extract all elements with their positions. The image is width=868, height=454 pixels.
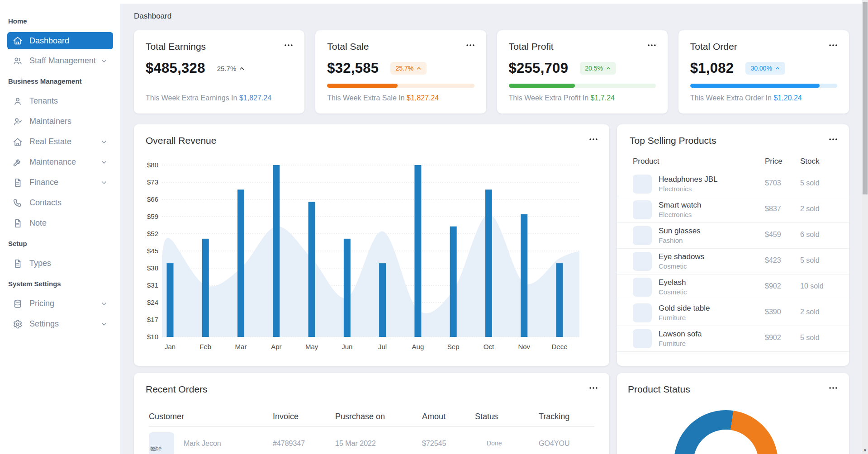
svg-text:$45: $45 [147,247,158,255]
home-icon [13,36,23,46]
svg-text:Nov: Nov [518,343,530,350]
stat-card-title: Total Profit [509,41,656,52]
column-price: Price [765,157,783,166]
users-icon [13,56,23,66]
file-icon [13,178,23,188]
ellipsis-menu-button[interactable] [588,383,598,393]
ellipsis-menu-button[interactable] [588,134,598,144]
product-price: $837 [765,205,781,213]
product-row: Headphones JBL Electronics $703 5 sold [617,171,849,197]
overall-revenue-chart: $10$17$24$31$38$45$52$59$66$73$80JanFebM… [134,124,609,366]
product-category: Cosmetic [659,288,687,296]
svg-text:Jul: Jul [378,343,387,350]
svg-text:$52: $52 [147,230,158,237]
sidebar-item-staff-management[interactable]: Staff Management [7,51,113,71]
svg-text:Feb: Feb [199,343,211,350]
product-row: Gold side table Furniture $390 2 sold [617,300,849,326]
product-category: Electronics [659,211,692,218]
product-category: Furniture [659,314,686,322]
sidebar-item-contacts[interactable]: Contacts [7,193,113,213]
user-icon [13,96,23,106]
recent-orders-list: rece Mark Jecon #4789347 15 Mar 2022 $72… [134,427,609,454]
product-row: Eyelash Cosmetic $902 10 sold [617,274,849,300]
sidebar-item-note[interactable]: Note [7,213,113,233]
stat-card-title: Total Sale [327,41,474,52]
sidebar-item-label: Maintenance [29,157,76,167]
sidebar-item-label: Contacts [29,198,62,208]
ellipsis-menu-button[interactable] [647,40,657,50]
stat-card-footer: This Week Extra Order In $1,20.24 [690,94,837,102]
page-title: Dashboard [134,12,171,21]
product-category: Electronics [659,185,692,193]
order-customer: Mark Jecon [184,440,221,448]
chevron-down-icon [100,300,108,307]
svg-text:$31: $31 [147,281,158,289]
product-status-title: Product Status [628,384,690,395]
product-stock: 6 sold [800,231,820,239]
svg-text:$38: $38 [147,264,158,272]
sidebar-item-pricing[interactable]: Pricing [7,293,113,314]
product-name: Eye shadows [659,252,704,261]
product-price: $703 [765,179,781,187]
sidebar-item-label: Note [29,218,47,228]
product-thumbnail [633,278,652,297]
home-icon [13,137,23,147]
sidebar-section-label: Home [0,11,120,31]
svg-text:$17: $17 [147,316,158,323]
wrench-icon [13,157,23,167]
stat-card: Total Sale $32,585 25.7% [315,30,486,114]
user-check-icon [13,117,23,127]
scrollbar-down-arrow[interactable]: ▼ [862,449,868,453]
ellipsis-menu-button[interactable] [284,40,294,50]
stat-delta-badge: 30.00% [745,62,785,75]
svg-text:$80: $80 [147,161,158,169]
product-name: Sun glasses [659,227,701,236]
top-selling-list: Headphones JBL Electronics $703 5 sold S… [617,171,849,352]
sidebar-item-maintenance[interactable]: Maintenance [7,152,113,172]
ellipsis-menu-button[interactable] [828,134,838,144]
vertical-scrollbar[interactable]: ▼ [862,0,868,454]
product-price: $459 [765,231,781,239]
caret-up-icon [416,66,422,71]
column-stock: Stock [800,157,820,166]
ellipsis-menu-button[interactable] [828,40,838,50]
sidebar-item-label: Dashboard [29,36,69,46]
stat-card-value: $485,328 [146,60,205,76]
sidebar-item-settings[interactable]: Settings [7,314,113,334]
ellipsis-menu-button[interactable] [828,383,838,393]
order-amount: $72545 [422,440,446,448]
stat-progress-bar [509,84,656,88]
product-thumbnail [633,226,652,245]
sidebar-item-types[interactable]: Types [7,253,113,274]
sidebar-item-label: Types [29,259,51,268]
svg-text:$59: $59 [147,213,158,220]
sidebar-item-tenants[interactable]: Tenants [7,91,113,111]
sidebar-item-real-estate[interactable]: Real Estate [7,132,113,152]
overall-revenue-title: Overall Revenue [146,135,216,146]
sidebar-item-dashboard[interactable]: Dashboard [7,32,113,49]
sidebar-item-finance[interactable]: Finance [7,172,113,193]
phone-icon [13,198,23,208]
svg-text:Mar: Mar [235,343,247,350]
stat-delta-badge: 20.5% [580,62,616,75]
scrollbar-thumb[interactable] [863,2,868,194]
product-stock: 5 sold [800,179,820,187]
recent-orders-card: Recent Orders Customer Invoice Pusrchase… [134,373,609,454]
sidebar-item-label: Staff Management [29,56,96,66]
product-status-card: Product Status [617,373,849,454]
caret-up-icon [775,66,780,71]
sidebar-section: Home Dashboard Staff Management [0,11,120,71]
gear-icon [13,319,23,329]
stat-card-title: Total Earnings [146,41,293,52]
svg-text:$73: $73 [147,178,158,186]
column-status: Status [475,412,498,421]
svg-text:Oct: Oct [484,343,494,350]
product-stock: 2 sold [800,308,820,316]
stat-card: Total Profit $255,709 20.5% [497,30,668,114]
sidebar-item-maintainers[interactable]: Maintainers [7,111,113,132]
column-invoice: Invoice [273,412,299,421]
sidebar-section-label: Business Management [0,71,120,91]
ellipsis-menu-button[interactable] [465,40,475,50]
column-product: Product [633,157,659,166]
stat-delta: 25.7% [217,65,245,72]
